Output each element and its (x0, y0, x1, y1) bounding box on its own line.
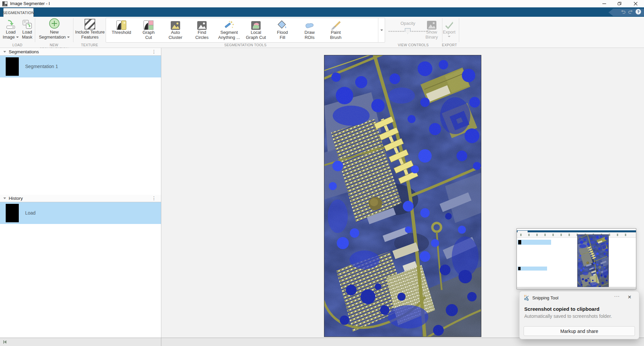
export-icon (444, 17, 454, 30)
redo-icon[interactable] (628, 9, 633, 15)
section-label-texture: TEXTURE (73, 43, 106, 48)
threshold-button[interactable]: Threshold (109, 18, 134, 42)
history-panel-header[interactable]: History ⋮ (0, 195, 161, 202)
minimize-button[interactable] (599, 0, 610, 7)
local-graph-cut-button[interactable]: Local Graph Cut (243, 18, 269, 42)
left-panel: Segmentations ⋮ Segmentation 1 History ⋮… (0, 48, 161, 338)
new-segmentation-button[interactable]: New Segmentation (38, 17, 71, 43)
screenshot-thumbnail-preview[interactable] (517, 228, 636, 289)
markup-and-share-button[interactable]: Markup and share (524, 326, 635, 336)
section-label-load: LOAD (0, 43, 35, 48)
export-dropdown-caret-icon (448, 36, 450, 37)
draw-rois-button[interactable]: Draw ROIs (297, 18, 322, 42)
satellite-image[interactable] (324, 55, 481, 337)
notification-close-icon[interactable]: ✕ (628, 294, 632, 300)
snipping-tool-notification[interactable]: Snipping Tool ··· ✕ Screenshot copied to… (519, 291, 639, 339)
opacity-label: Opacity (388, 21, 428, 25)
new-segmentation-dropdown-caret-icon[interactable] (67, 37, 70, 38)
paint-brush-button[interactable]: Paint Brush (323, 18, 348, 42)
load-mask-icon (22, 17, 33, 30)
flood-fill-button[interactable]: Flood Fill (270, 18, 295, 42)
load-image-icon (5, 17, 16, 30)
tools-overflow-button[interactable] (378, 18, 385, 42)
quick-access-toolbar: ? (608, 9, 644, 16)
flood-fill-label-2: Fill (280, 35, 285, 40)
threshold-icon (116, 18, 126, 30)
thumbnail-toolbar-icons (517, 232, 636, 238)
history-kebab-menu-icon[interactable]: ⋮ (152, 195, 156, 201)
export-label: Export (443, 30, 455, 35)
snipping-tool-icon (524, 295, 530, 302)
graph-cut-button[interactable]: Graph Cut (136, 18, 161, 42)
segmentation-list-item[interactable]: Segmentation 1 (0, 56, 161, 77)
notification-more-icon[interactable]: ··· (614, 293, 620, 299)
new-segmentation-label-1: New (50, 30, 59, 35)
paint-brush-label-1: Paint (331, 30, 341, 35)
include-texture-features-button[interactable]: Include Texture Features (74, 17, 106, 43)
close-button[interactable] (630, 0, 641, 7)
load-mask-label-1: Load (22, 30, 32, 35)
thumbnail-satellite-image (577, 234, 609, 288)
local-graph-cut-icon (251, 18, 261, 30)
tools-overflow-caret-icon (380, 30, 383, 31)
group-separator (35, 18, 35, 42)
find-circles-label-1: Find (198, 30, 206, 35)
segmentation-tools-group: Threshold Graph Cut Auto Cluster (106, 18, 385, 43)
auto-cluster-button[interactable]: Auto Cluster (163, 18, 188, 42)
auto-cluster-label-1: Auto (171, 30, 180, 35)
show-binary-label-2: Binary (426, 35, 438, 40)
collapse-triangle-icon[interactable] (3, 197, 6, 199)
show-binary-button[interactable]: Show Binary (423, 17, 441, 43)
load-mask-button[interactable]: Load Mask (19, 17, 35, 43)
thumbnail-status-strip (517, 287, 636, 289)
help-icon[interactable]: ? (635, 9, 641, 16)
graph-cut-icon (144, 18, 154, 30)
auto-cluster-label-2: Cluster (168, 35, 182, 40)
collapse-panel-icon[interactable] (3, 340, 7, 346)
paint-brush-icon (331, 18, 341, 30)
history-thumbnail (6, 204, 19, 222)
segment-anything-button[interactable]: Segment Anything ... (216, 18, 242, 42)
find-circles-button[interactable]: Find Circles (189, 18, 215, 42)
status-bar-divider (161, 338, 161, 346)
thumbnail-segmentation-item (518, 240, 551, 245)
segment-anything-label-2: Anything ... (218, 35, 240, 40)
history-item-label: Load (25, 210, 36, 216)
graph-cut-label-1: Graph (143, 30, 155, 35)
notification-app-name: Snipping Tool (532, 295, 558, 300)
threshold-label-1: Threshold (112, 30, 131, 35)
segmentations-panel-header[interactable]: Segmentations ⋮ (0, 48, 161, 56)
find-circles-icon (197, 18, 207, 30)
app-icon (2, 1, 7, 6)
thumbnail-black-block (518, 240, 521, 244)
svg-text:?: ? (637, 10, 640, 14)
load-image-label-1: Load (6, 30, 16, 35)
ribbon-tab-strip: SEGMENTATION ? (0, 7, 644, 17)
segmentations-kebab-menu-icon[interactable]: ⋮ (152, 49, 156, 54)
load-image-dropdown-caret-icon[interactable] (16, 37, 19, 38)
local-graph-cut-label-2: Graph Cut (246, 35, 266, 40)
history-list-item[interactable]: Load (0, 202, 161, 224)
load-image-label-2: Image (3, 35, 15, 40)
find-circles-label-2: Circles (195, 35, 209, 40)
texture-label-2: Features (81, 35, 98, 40)
collapse-triangle-icon[interactable] (3, 51, 6, 53)
ribbon-toolbar: Load Image Load Mask New Segmentation (0, 17, 644, 48)
load-mask-label-2: Mask (22, 35, 32, 40)
show-binary-label-1: Show (426, 30, 437, 35)
draw-rois-label-1: Draw (305, 30, 315, 35)
opacity-slider-thumb[interactable] (405, 28, 411, 34)
segment-anything-label-1: Segment (220, 30, 238, 35)
draw-rois-icon (305, 18, 315, 30)
tab-segmentation[interactable]: SEGMENTATION (3, 8, 34, 17)
section-label-new-segmentation: NEW SEGMENTATION (35, 43, 73, 48)
undo-icon[interactable] (621, 9, 626, 15)
local-graph-cut-label-1: Local (251, 30, 261, 35)
segmentation-item-label: Segmentation 1 (25, 64, 58, 69)
export-button[interactable]: Export (442, 17, 457, 43)
load-image-button[interactable]: Load Image (2, 17, 19, 43)
draw-rois-label-2: ROIs (305, 35, 315, 40)
new-segmentation-icon (48, 17, 60, 30)
restore-button[interactable] (614, 0, 625, 7)
new-segmentation-label-2: Segmentation (39, 35, 66, 40)
